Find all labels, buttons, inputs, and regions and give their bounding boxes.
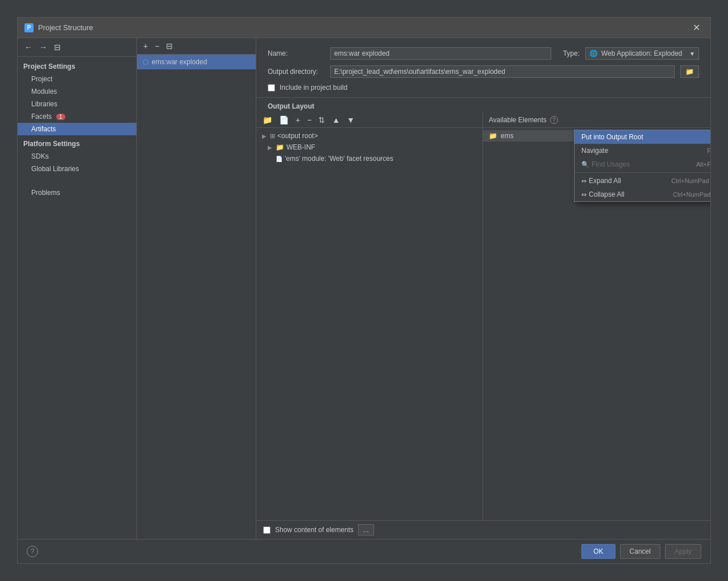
- back-button[interactable]: ←: [22, 42, 35, 53]
- layout-sort-button[interactable]: ⇅: [315, 114, 328, 126]
- output-dir-row: Output directory: 📁: [268, 65, 699, 78]
- expand-all-icon: ⇔: [581, 177, 586, 185]
- sidebar-item-modules[interactable]: Modules: [18, 85, 136, 98]
- left-panel: ← → ⊟ Project Settings Project Modules L…: [18, 38, 137, 539]
- ctx-find-usages-shortcut: Alt+F7: [696, 161, 710, 168]
- artifact-item-ems[interactable]: ⬡ ems:war exploded: [137, 55, 256, 69]
- form-area: Name: Type: 🌐 Web Application: Exploded …: [256, 38, 710, 98]
- artifacts-label: Artifacts: [31, 125, 56, 133]
- dialog-footer: ? OK Cancel Apply: [18, 539, 710, 563]
- close-button[interactable]: ✕: [689, 21, 704, 34]
- layout-up-button[interactable]: ▲: [329, 114, 343, 126]
- available-elements-panel: Available Elements ? 📁 ems: [483, 113, 710, 520]
- output-layout-section: Output Layout 📁 📄 + − ⇅ ▲: [256, 98, 710, 539]
- type-arrow-icon: ▼: [689, 51, 695, 57]
- cancel-button[interactable]: Cancel: [620, 544, 660, 559]
- ctx-find-usages: 🔍 Find Usages Alt+F7: [575, 157, 710, 171]
- name-row: Name: Type: 🌐 Web Application: Exploded …: [268, 47, 699, 60]
- layout-tree: ▶ ⊞ <output root> ▶ 📁 WEB-INF: [256, 128, 482, 520]
- right-panel: Name: Type: 🌐 Web Application: Exploded …: [256, 38, 710, 539]
- platform-settings-header: Platform Settings: [18, 135, 136, 150]
- sidebar-item-libraries[interactable]: Libraries: [18, 98, 136, 110]
- ctx-navigate-shortcut: F4: [707, 147, 710, 154]
- name-input[interactable]: [330, 47, 551, 60]
- ok-button[interactable]: OK: [581, 544, 615, 559]
- ctx-expand-all-shortcut: Ctrl+NumPad +: [671, 177, 710, 184]
- show-content-checkbox[interactable]: [263, 526, 271, 534]
- include-build-row: Include in project build: [268, 84, 699, 92]
- type-label: Type:: [557, 49, 580, 57]
- type-text: Web Application: Exploded: [601, 49, 686, 57]
- web-inf-folder-icon: 📁: [276, 143, 284, 151]
- layout-remove-button[interactable]: −: [304, 114, 314, 126]
- libraries-label: Libraries: [31, 100, 57, 108]
- output-root-icon: ⊞: [270, 132, 275, 140]
- ctx-navigate[interactable]: Navigate F4: [575, 144, 710, 157]
- artifacts-toolbar: + − ⊟: [137, 38, 256, 55]
- artifact-list-panel: + − ⊟ ⬡ ems:war exploded: [137, 38, 256, 539]
- sidebar-item-problems[interactable]: Problems: [18, 186, 136, 199]
- tree-item-web-inf-label: WEB-INF: [286, 143, 315, 151]
- layout-file-button[interactable]: 📄: [276, 114, 292, 126]
- available-elements-help-icon[interactable]: ?: [550, 116, 558, 124]
- add-artifact-button[interactable]: +: [140, 40, 151, 52]
- show-content-label: Show content of elements: [275, 526, 353, 534]
- layout-folder-button[interactable]: 📁: [260, 114, 275, 126]
- type-select[interactable]: 🌐 Web Application: Exploded ▼: [585, 47, 699, 60]
- facet-file-icon: 📄: [276, 156, 282, 162]
- ems-folder-icon: 📁: [489, 132, 497, 140]
- sidebar-item-facets[interactable]: Facets 1: [18, 110, 136, 123]
- layout-down-button[interactable]: ▼: [344, 114, 357, 126]
- footer-help-icon[interactable]: ?: [27, 546, 38, 557]
- ctx-separator: [575, 172, 710, 173]
- available-elements-label: Available Elements: [489, 116, 547, 124]
- show-content-dots-button[interactable]: ...: [358, 524, 374, 536]
- ctx-collapse-all[interactable]: ⇔ Collapse All Ctrl+NumPad -: [575, 188, 710, 201]
- ems-item-label: ems: [501, 132, 514, 140]
- project-label: Project: [31, 75, 52, 83]
- browse-output-dir-button[interactable]: 📁: [680, 65, 699, 78]
- forward-button[interactable]: →: [37, 42, 49, 53]
- sidebar-item-project[interactable]: Project: [18, 73, 136, 85]
- ctx-expand-all[interactable]: ⇔ Expand All Ctrl+NumPad +: [575, 174, 710, 188]
- facets-label: Facets: [31, 113, 52, 121]
- ctx-find-usages-label: Find Usages: [592, 160, 630, 168]
- collapse-all-icon: ⇔: [581, 191, 586, 198]
- project-settings-header: Project Settings: [18, 59, 136, 73]
- footer-left: ?: [27, 546, 38, 557]
- project-structure-dialog: P Project Structure ✕ ← → ⊟ Project Sett…: [17, 17, 711, 564]
- type-icon: 🌐: [589, 49, 598, 57]
- copy-artifact-button[interactable]: ⊟: [163, 40, 176, 52]
- tree-item-facet-resources[interactable]: ▶ 📄 'ems' module: 'Web' facet resources: [256, 153, 482, 164]
- include-build-checkbox[interactable]: [268, 84, 275, 92]
- title-bar: P Project Structure ✕: [18, 18, 710, 38]
- expand-arrow-icon: ▶: [262, 133, 268, 139]
- available-elements-header: Available Elements ?: [483, 113, 710, 128]
- sdks-label: SDKs: [31, 152, 49, 160]
- tree-item-web-inf[interactable]: ▶ 📁 WEB-INF: [256, 142, 482, 153]
- output-dir-input[interactable]: [330, 65, 675, 78]
- nav-toolbar: ← → ⊟: [18, 38, 136, 57]
- sidebar-item-sdks[interactable]: SDKs: [18, 150, 136, 163]
- search-icon: 🔍: [581, 161, 589, 168]
- bottom-bar: Show content of elements ...: [256, 520, 710, 539]
- ctx-put-into-output-root[interactable]: Put into Output Root: [575, 130, 710, 144]
- ctx-collapse-all-label: Collapse All: [589, 190, 625, 198]
- facets-badge: 1: [56, 114, 65, 120]
- layout-tree-panel: 📁 📄 + − ⇅ ▲ ▼ ▶: [256, 113, 483, 520]
- artifact-icon: ⬡: [143, 58, 148, 66]
- ctx-navigate-label: Navigate: [581, 147, 608, 155]
- copy-nav-button[interactable]: ⊟: [52, 42, 63, 53]
- sidebar-item-global-libraries[interactable]: Global Libraries: [18, 163, 136, 175]
- sidebar-item-artifacts[interactable]: Artifacts: [18, 123, 136, 135]
- context-menu: Put into Output Root Navigate F4: [574, 130, 710, 202]
- modules-label: Modules: [31, 88, 57, 96]
- global-libraries-label: Global Libraries: [31, 165, 79, 173]
- tree-item-output-root[interactable]: ▶ ⊞ <output root>: [256, 130, 482, 142]
- problems-label: Problems: [31, 189, 60, 197]
- apply-button[interactable]: Apply: [665, 544, 701, 559]
- layout-add-button[interactable]: +: [293, 114, 303, 126]
- nav-list: Project Settings Project Modules Librari…: [18, 57, 136, 539]
- output-layout-header: Output Layout: [256, 98, 710, 113]
- remove-artifact-button[interactable]: −: [152, 40, 162, 52]
